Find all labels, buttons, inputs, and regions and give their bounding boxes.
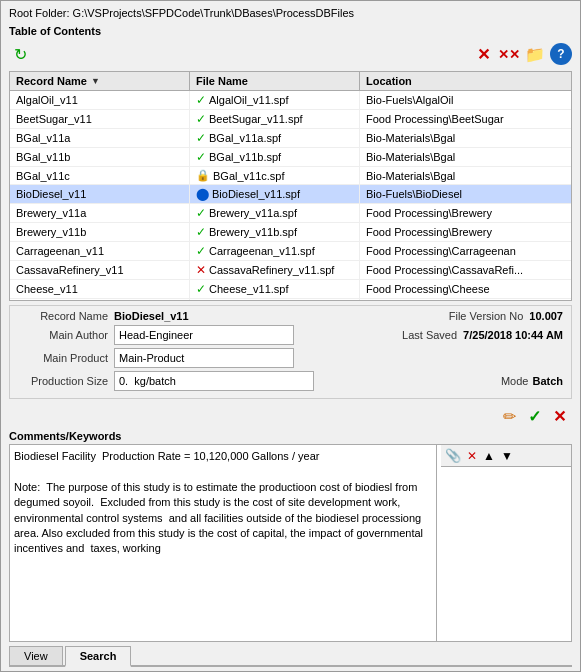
refresh-button[interactable]: ↻ [9, 43, 31, 65]
record-name-text: BeetSugar_v11 [16, 113, 92, 125]
delete-button[interactable]: ✕ [472, 43, 494, 65]
production-size-row: Production Size Mode Batch [18, 371, 563, 391]
status-icon: ✓ [196, 282, 206, 296]
file-version-label: File Version No [433, 310, 523, 322]
file-name-text: CassavaRefinery_v11.spf [209, 264, 334, 276]
main-product-row: Main Product [18, 348, 563, 368]
cell-file-name: ✓ Brewery_v11a.spf [190, 204, 360, 222]
table-row[interactable]: Brewery_v11a ✓ Brewery_v11a.spf Food Pro… [10, 204, 571, 223]
cell-record-name: Carrageenan_v11 [10, 242, 190, 260]
table-row[interactable]: Cheese_v11 ✓ Cheese_v11.spf Food Process… [10, 280, 571, 299]
table-row[interactable]: Carrageenan_v11 ✓ Carrageenan_v11.spf Fo… [10, 242, 571, 261]
cell-file-name: ✓ AlgalOil_v11.spf [190, 91, 360, 109]
file-name-text: BeetSugar_v11.spf [209, 113, 303, 125]
status-icon: 🔒 [196, 169, 210, 182]
production-size-label: Production Size [18, 375, 108, 387]
comments-content: Biodiesel Facility Production Rate = 10,… [14, 450, 427, 554]
table-row[interactable]: Brewery_v11b ✓ Brewery_v11b.spf Food Pro… [10, 223, 571, 242]
delete-all-icon: ✕✕ [498, 47, 520, 62]
location-text: Food Processing\Carrageenan [366, 245, 516, 257]
comments-label: Comments/Keywords [9, 430, 572, 442]
cell-location: Bio-Fuels\BioDiesel [360, 185, 571, 203]
location-text: Food Processing\Cheese [366, 283, 490, 295]
bottom-tabs: View Search [9, 646, 572, 667]
status-icon: ✓ [196, 225, 206, 239]
down-button[interactable]: ▼ [499, 448, 515, 464]
mode-section: Mode Batch [501, 375, 563, 387]
comments-text[interactable]: Biodiesel Facility Production Rate = 10,… [10, 445, 437, 641]
edit-button[interactable]: ✏ [501, 405, 518, 428]
file-name-text: BGal_v11a.spf [209, 132, 281, 144]
col-location[interactable]: Location [360, 72, 571, 90]
table-row[interactable]: CassavaRefinery_v11 ✕ CassavaRefinery_v1… [10, 261, 571, 280]
cell-file-name: ⬤ BioDiesel_v11.spf [190, 185, 360, 203]
table-row[interactable]: CitricAcid_v11 ✓ CitricAcid_v11.spf Bio-… [10, 299, 571, 300]
cancel-action-button[interactable]: ✕ [551, 405, 568, 428]
cell-location: Food Processing\BeetSugar [360, 110, 571, 128]
cell-record-name: BGal_v11c [10, 167, 190, 184]
file-name-text: BioDiesel_v11.spf [212, 188, 300, 200]
main-author-label: Main Author [18, 329, 108, 341]
file-version-value: 10.007 [529, 310, 563, 322]
main-author-row: Main Author Last Saved 7/25/2018 10:44 A… [18, 325, 563, 345]
folder-button[interactable]: 📁 [524, 43, 546, 65]
record-name-text: CassavaRefinery_v11 [16, 264, 124, 276]
help-button[interactable]: ? [550, 43, 572, 65]
table-row[interactable]: BeetSugar_v11 ✓ BeetSugar_v11.spf Food P… [10, 110, 571, 129]
location-text: Food Processing\BeetSugar [366, 113, 504, 125]
cell-location: Food Processing\Brewery [360, 223, 571, 241]
location-text: Bio-Materials\Bgal [366, 132, 455, 144]
cell-record-name: BioDiesel_v11 [10, 185, 190, 203]
cell-record-name: BGal_v11b [10, 148, 190, 166]
mode-label: Mode [501, 375, 529, 387]
status-icon: ⬤ [196, 187, 209, 201]
table-row[interactable]: BGal_v11b ✓ BGal_v11b.spf Bio-Materials\… [10, 148, 571, 167]
cell-file-name: ✓ BGal_v11a.spf [190, 129, 360, 147]
cell-file-name: ✓ Cheese_v11.spf [190, 280, 360, 298]
production-size-input[interactable] [114, 371, 314, 391]
remove-attach-button[interactable]: ✕ [465, 448, 479, 464]
tab-search[interactable]: Search [65, 646, 132, 667]
table-body: AlgalOil_v11 ✓ AlgalOil_v11.spf Bio-Fuel… [10, 91, 571, 300]
main-product-input[interactable] [114, 348, 294, 368]
cell-location: Food Processing\CassavaRefi... [360, 261, 571, 279]
tab-view[interactable]: View [9, 646, 63, 665]
file-name-text: Carrageenan_v11.spf [209, 245, 315, 257]
record-name-text: BGal_v11c [16, 170, 70, 182]
status-icon: ✓ [196, 206, 206, 220]
confirm-button[interactable]: ✓ [526, 405, 543, 428]
table-row[interactable]: BGal_v11c 🔒 BGal_v11c.spf Bio-Materials\… [10, 167, 571, 185]
record-name-text: AlgalOil_v11 [16, 94, 78, 106]
record-name-value: BioDiesel_v11 [114, 310, 189, 322]
cell-file-name: ✓ Brewery_v11b.spf [190, 223, 360, 241]
status-icon: ✓ [196, 112, 206, 126]
cell-location: Bio-Materials\Bgal [360, 148, 571, 166]
record-name-text: Brewery_v11b [16, 226, 86, 238]
file-name-text: AlgalOil_v11.spf [209, 94, 289, 106]
delete-all-button[interactable]: ✕✕ [498, 43, 520, 65]
cell-record-name: CassavaRefinery_v11 [10, 261, 190, 279]
col-file-name[interactable]: File Name [190, 72, 360, 90]
main-author-input[interactable] [114, 325, 294, 345]
cell-file-name: ✓ Carrageenan_v11.spf [190, 242, 360, 260]
table-row[interactable]: BioDiesel_v11 ⬤ BioDiesel_v11.spf Bio-Fu… [10, 185, 571, 204]
comments-body: Biodiesel Facility Production Rate = 10,… [9, 444, 572, 642]
record-name-text: BioDiesel_v11 [16, 188, 86, 200]
delete-icon: ✕ [477, 45, 490, 64]
file-name-text: Cheese_v11.spf [209, 283, 289, 295]
table-header: Record Name ▼ File Name Location [10, 72, 571, 91]
up-button[interactable]: ▲ [481, 448, 497, 464]
cell-record-name: Brewery_v11a [10, 204, 190, 222]
table-row[interactable]: AlgalOil_v11 ✓ AlgalOil_v11.spf Bio-Fuel… [10, 91, 571, 110]
cell-record-name: CitricAcid_v11 [10, 299, 190, 300]
table-container: Record Name ▼ File Name Location AlgalOi… [9, 71, 572, 301]
table-row[interactable]: BGal_v11a ✓ BGal_v11a.spf Bio-Materials\… [10, 129, 571, 148]
col-location-label: Location [366, 75, 412, 87]
col-record-name[interactable]: Record Name ▼ [10, 72, 190, 90]
attach-button[interactable]: 📎 [443, 447, 463, 464]
record-name-text: Cheese_v11 [16, 283, 78, 295]
cell-location: Food Processing\Cheese [360, 280, 571, 298]
comments-right-content [441, 467, 571, 641]
file-name-text: BGal_v11c.spf [213, 170, 285, 182]
record-name-text: BGal_v11a [16, 132, 70, 144]
